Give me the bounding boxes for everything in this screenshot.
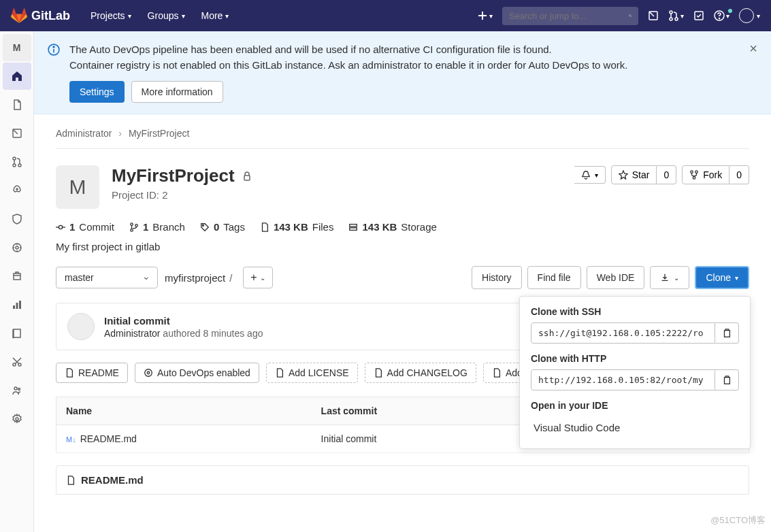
ql-add-changelog[interactable]: Add CHANGELOG [365, 363, 476, 383]
storage-icon [348, 222, 358, 232]
svg-point-37 [131, 222, 133, 225]
ql-autodevops[interactable]: Auto DevOps enabled [135, 363, 259, 383]
sidebar-packages[interactable] [3, 263, 31, 290]
rocket-icon [12, 185, 22, 196]
svg-point-31 [691, 171, 693, 173]
settings-button[interactable]: Settings [69, 81, 125, 103]
project-title: MyFirstProject [112, 165, 235, 186]
todos-icon[interactable] [693, 10, 704, 21]
svg-rect-44 [725, 377, 730, 384]
sidebar-operations[interactable] [3, 234, 31, 261]
commit-avatar [67, 313, 95, 340]
stat-commits[interactable]: 1 Commit [56, 221, 114, 233]
sidebar-wiki[interactable] [3, 320, 31, 347]
vscode-link[interactable]: Visual Studio Code [531, 416, 739, 439]
svg-point-38 [131, 229, 133, 231]
branch-select[interactable]: master [56, 267, 158, 288]
lock-icon [242, 171, 252, 182]
autodevops-banner: × The Auto DevOps pipeline has been enab… [34, 31, 771, 114]
sidebar-project-letter[interactable]: M [3, 34, 31, 61]
nav-more[interactable]: More ▾ [195, 6, 236, 25]
svg-rect-41 [350, 224, 357, 227]
svg-point-39 [135, 224, 138, 227]
sidebar-members[interactable] [3, 377, 31, 404]
close-icon[interactable]: × [749, 41, 757, 56]
history-button[interactable]: History [472, 266, 522, 289]
fork-count[interactable]: 0 [729, 165, 749, 184]
doc-icon [275, 368, 284, 378]
nav-groups[interactable]: Groups ▾ [141, 6, 192, 25]
download-button[interactable]: ⌄ [650, 266, 689, 289]
clone-ssh-input[interactable] [531, 322, 715, 344]
svg-rect-18 [14, 273, 20, 280]
download-icon [660, 273, 670, 282]
user-menu[interactable]: ▾ [739, 8, 760, 23]
sidebar-home[interactable] [3, 63, 31, 90]
find-file-button[interactable]: Find file [527, 266, 581, 289]
commit-title[interactable]: Initial commit [104, 315, 263, 327]
more-info-button[interactable]: More information [131, 81, 223, 103]
plus-icon[interactable]: ▾ [477, 10, 493, 21]
svg-rect-30 [244, 176, 250, 180]
merge-requests-icon[interactable]: ▾ [668, 10, 684, 21]
star-button[interactable]: Star [611, 165, 657, 184]
sidebar-snippets[interactable] [3, 348, 31, 376]
clone-http-label: Clone with HTTP [531, 353, 739, 364]
svg-point-2 [629, 15, 631, 17]
svg-point-46 [145, 369, 152, 377]
file-icon [260, 222, 269, 232]
ql-readme[interactable]: README [56, 363, 128, 383]
scissors-icon [12, 356, 22, 367]
sidebar-repository[interactable] [3, 91, 31, 118]
operations-icon [12, 242, 22, 253]
search-input[interactable] [509, 11, 623, 21]
path-breadcrumb: myfirstproject/ [165, 272, 236, 284]
project-stats: 1 Commit 1 Branch 0 Tags 143 KB Files 14… [56, 221, 749, 233]
nav-projects[interactable]: Projects ▾ [84, 6, 138, 25]
sidebar-security[interactable] [3, 205, 31, 233]
doc-icon [66, 476, 76, 485]
fork-button[interactable]: Fork [682, 165, 729, 184]
stat-files[interactable]: 143 KB Files [260, 221, 334, 233]
sidebar-settings[interactable] [3, 405, 31, 433]
svg-rect-20 [16, 303, 18, 309]
th-commit: Last commit [312, 397, 525, 425]
svg-rect-1 [478, 15, 487, 16]
stat-branches[interactable]: 1 Branch [129, 221, 185, 233]
search-box[interactable] [502, 7, 638, 25]
star-count[interactable]: 0 [657, 165, 676, 184]
th-name: Name [56, 397, 312, 425]
sidebar-issues[interactable] [3, 120, 31, 147]
tag-icon [200, 222, 210, 232]
sidebar-analytics[interactable] [3, 291, 31, 318]
sidebar-cicd[interactable] [3, 177, 31, 204]
ql-add-license[interactable]: Add LICENSE [266, 363, 358, 383]
chevron-down-icon: ▾ [128, 12, 131, 20]
web-ide-button[interactable]: Web IDE [587, 266, 645, 289]
stat-storage[interactable]: 143 KB Storage [348, 221, 436, 233]
fork-icon [689, 170, 699, 180]
clone-button[interactable]: Clone ▾ [695, 266, 749, 289]
notification-button[interactable]: ▾ [574, 166, 606, 184]
svg-point-6 [670, 18, 672, 20]
help-icon[interactable]: ▾ [714, 10, 729, 21]
chart-icon [12, 299, 22, 310]
copy-ssh-button[interactable] [715, 322, 739, 344]
chevron-down-icon: ▾ [182, 12, 185, 20]
sidebar-merge-requests[interactable] [3, 148, 31, 176]
branch-icon [129, 222, 139, 232]
breadcrumb-project[interactable]: MyFirstProject [129, 128, 189, 139]
svg-rect-21 [19, 301, 21, 309]
gitlab-logo[interactable]: GitLab [11, 7, 70, 24]
clipboard-icon [722, 376, 732, 385]
stat-tags[interactable]: 0 Tags [200, 221, 245, 233]
breadcrumb-root[interactable]: Administrator [56, 128, 112, 139]
commit-icon [56, 222, 65, 232]
avatar-icon [739, 8, 754, 23]
svg-point-22 [13, 363, 16, 366]
add-file-button[interactable]: + ⌄ [243, 267, 272, 288]
issues-icon[interactable] [648, 10, 659, 21]
clone-http-input[interactable] [531, 369, 715, 390]
svg-point-40 [202, 225, 203, 226]
copy-http-button[interactable] [715, 369, 739, 390]
